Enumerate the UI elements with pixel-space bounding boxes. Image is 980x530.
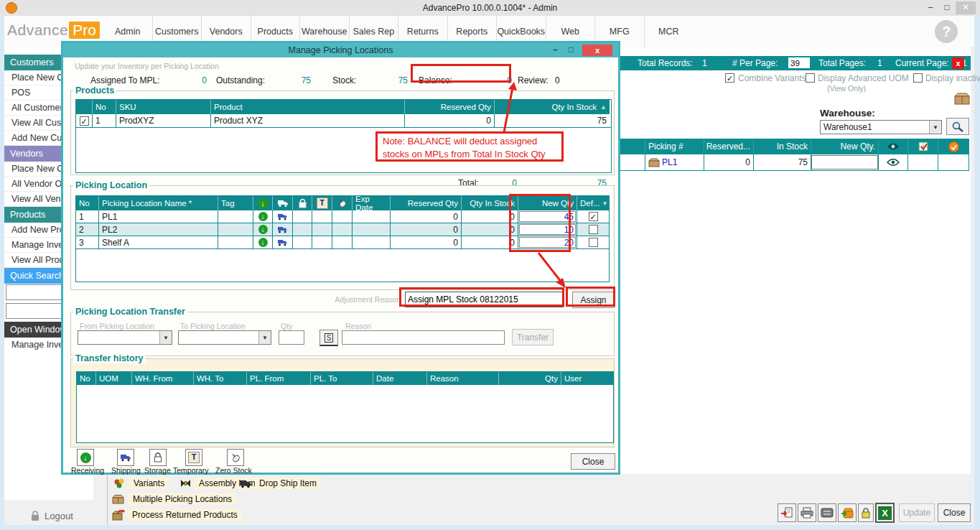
pl-no: 1: [76, 210, 99, 223]
transfer-reason-input[interactable]: [342, 330, 505, 345]
grid-cell-picking[interactable]: PL1: [645, 154, 704, 170]
zero-stock-icon: [231, 453, 241, 462]
history-header-date[interactable]: Date: [373, 372, 427, 385]
logout[interactable]: Logout: [30, 510, 73, 521]
products-header-no[interactable]: No: [93, 100, 116, 114]
history-header-wh-to[interactable]: WH. To: [194, 372, 247, 385]
dialog-close-footer-button[interactable]: Close: [571, 453, 615, 470]
history-header-reason[interactable]: Reason: [427, 372, 499, 385]
variants-icon: [113, 478, 125, 489]
to-picking-select[interactable]: ▼: [178, 330, 271, 345]
transfer-qty-input[interactable]: [279, 330, 304, 345]
svg-text:X: X: [882, 508, 888, 519]
picking-link[interactable]: PL1: [662, 157, 677, 167]
export-transfer-button[interactable]: [778, 503, 796, 522]
window-minimize-button[interactable]: –: [923, 1, 938, 14]
app-icon: [6, 2, 17, 14]
stat-review-value: 0: [555, 75, 560, 85]
transfer-qty-label: Qty: [281, 322, 292, 330]
export-excel-button[interactable]: X: [875, 503, 895, 523]
mpl-box-button[interactable]: [953, 91, 972, 108]
history-header-wh-from[interactable]: WH. From: [132, 372, 194, 385]
from-picking-select[interactable]: ▼: [78, 330, 172, 345]
picking-header-receiving: ↓: [253, 196, 273, 210]
products-header-reserved[interactable]: Reserved Qty: [405, 100, 495, 114]
combine-variants-checkbox[interactable]: ✓: [725, 73, 734, 83]
archive-button[interactable]: [818, 503, 836, 522]
picking-header-reserved[interactable]: Reserved Qty: [391, 196, 462, 210]
dialog-maximize-button[interactable]: □: [569, 45, 574, 55]
dialog-subtitle: Update your Inventory per Picking Locati…: [75, 62, 219, 70]
picking-header-shipping: [273, 196, 293, 210]
picking-grid-row: PL1 0 75: [620, 154, 969, 170]
grid-cell-eye[interactable]: [879, 154, 908, 170]
history-header-no[interactable]: No: [77, 372, 96, 385]
default-checkbox-2[interactable]: [589, 225, 598, 234]
grid-header-newqty[interactable]: New Qty.: [811, 139, 879, 154]
history-header-pl-from[interactable]: PL. From: [247, 372, 311, 385]
display-advanced-uom-label: Display Advanced UOM: [818, 73, 909, 83]
default-checkbox-3[interactable]: [589, 238, 598, 247]
pl-reserved: 0: [391, 210, 462, 223]
default-checkbox-1[interactable]: ✓: [589, 212, 598, 221]
picking-header-no[interactable]: No: [76, 196, 99, 210]
products-header-product[interactable]: Product: [211, 100, 405, 114]
product-checkbox[interactable]: ✓: [80, 116, 89, 126]
assembly-icon: [179, 478, 192, 488]
stat-outstanding-value: 75: [282, 75, 311, 85]
history-header-uom[interactable]: UOM: [96, 372, 132, 385]
pl-reserved: 0: [391, 223, 462, 236]
history-header-qty[interactable]: Qty: [499, 372, 561, 385]
truck-icon: [239, 479, 252, 488]
pl-tag: [218, 223, 253, 236]
warehouse-search-button[interactable]: [946, 118, 969, 135]
window-border-right: [974, 16, 980, 530]
window-maximize-button[interactable]: □: [939, 1, 955, 14]
serial-button[interactable]: S: [319, 330, 338, 346]
history-table-header: No UOM WH. From WH. To PL. From PL. To D…: [77, 372, 613, 385]
grid-header-reserved[interactable]: Reserved...: [704, 139, 754, 154]
dialog-minimize-button[interactable]: –: [553, 45, 558, 55]
update-button[interactable]: Update: [899, 503, 935, 522]
pl-expdate: [353, 236, 391, 248]
per-page-input[interactable]: [788, 57, 810, 68]
logo-advance: Advance: [7, 22, 68, 39]
grid-newqty-input[interactable]: [811, 155, 878, 169]
history-header-user[interactable]: User: [561, 372, 613, 385]
window-close-button[interactable]: ✕: [956, 1, 976, 14]
help-icon[interactable]: ?: [935, 20, 958, 43]
grid-cell-newqty: [811, 154, 879, 170]
dialog-close-button[interactable]: x: [582, 45, 612, 56]
picking-header-name[interactable]: Picking Location Name *: [99, 196, 218, 210]
pl-temporary: [312, 210, 332, 223]
history-header-pl-to[interactable]: PL. To: [311, 372, 373, 385]
grid-header-instock[interactable]: In Stock: [754, 139, 811, 154]
history-table-body: [77, 385, 613, 442]
picking-table-filler: [76, 249, 609, 282]
package-box-icon: [953, 91, 971, 106]
newqty-highlight-box: [509, 194, 571, 252]
close-page-button[interactable]: x: [952, 57, 964, 69]
print-button[interactable]: [798, 503, 816, 522]
receiving-icon: ↓: [80, 452, 91, 463]
display-advanced-uom-checkbox[interactable]: [806, 73, 815, 83]
warehouse-select[interactable]: Warehouse1 ▼: [820, 120, 942, 134]
products-header-sku[interactable]: SKU: [116, 100, 211, 114]
total-pages-value: 1: [877, 58, 882, 68]
picking-header-tag[interactable]: Tag: [218, 196, 253, 210]
menu-mcr[interactable]: MCR: [645, 16, 694, 47]
lock-button[interactable]: [858, 503, 874, 522]
padlock-icon: [299, 199, 307, 208]
picking-header-default[interactable]: Def...▼: [577, 196, 609, 210]
transfer-button[interactable]: Transfer: [512, 329, 554, 345]
main-close-button[interactable]: Close: [938, 503, 971, 522]
returns-label: Process Returned Products: [128, 509, 242, 521]
grid-header-picking[interactable]: Picking #: [645, 139, 704, 154]
picking-header-expdate[interactable]: Exp Date: [353, 196, 391, 210]
grid-cell-blank: [620, 154, 645, 170]
truck-icon: [277, 239, 288, 246]
orange-package-icon: [841, 507, 854, 519]
display-inactive-checkbox[interactable]: [913, 73, 923, 83]
app-window: AdvancePro 10.00.0.1004* - Admin – □ ✕ A…: [0, 0, 980, 530]
receive-stock-button[interactable]: [838, 503, 857, 522]
